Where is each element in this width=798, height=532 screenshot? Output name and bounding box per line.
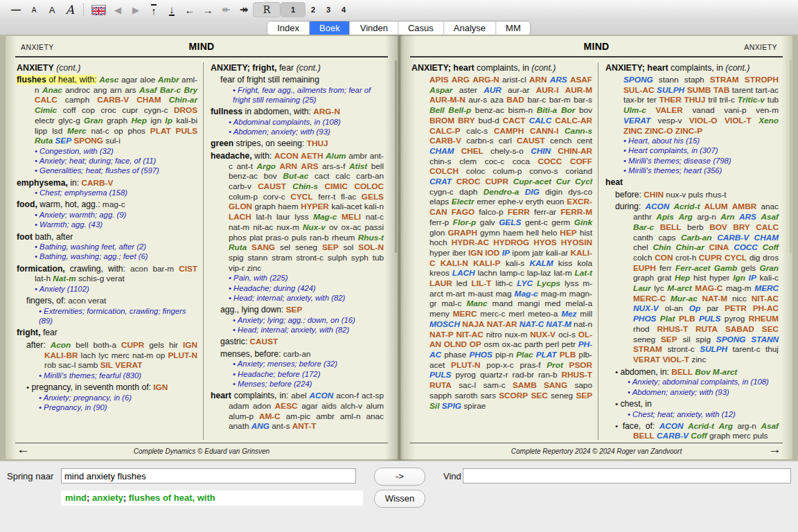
remedy[interactable]: ALUM (704, 202, 728, 211)
remedy[interactable]: sil (682, 335, 690, 344)
cross-reference-link[interactable]: • Heart complaints, in (307) (623, 145, 779, 155)
remedy[interactable]: sars (481, 391, 496, 400)
remedy[interactable]: nux-m (276, 222, 299, 232)
remedy[interactable]: gels (741, 263, 756, 273)
remedy[interactable]: LIL-T (471, 278, 491, 288)
remedy[interactable]: HYOSIN (561, 238, 592, 247)
remedy[interactable]: colum-p (229, 192, 258, 202)
remedy[interactable]: dys-co (568, 187, 592, 197)
remedy[interactable]: Nux-v (303, 222, 326, 232)
go-first-chapter-icon[interactable]: ↑ (145, 2, 163, 17)
remedy[interactable]: ant-t (236, 161, 253, 171)
rubric-label[interactable]: headache, with: (211, 151, 272, 161)
rubric-label[interactable]: menses, before: (220, 349, 281, 359)
remedy[interactable]: FAGO (452, 207, 475, 217)
remedy[interactable]: bud-d (479, 116, 499, 125)
history-back-icon[interactable]: ◀ (109, 2, 127, 17)
remedy[interactable]: NAT-C (520, 319, 544, 329)
remedy[interactable]: coloc (466, 166, 486, 176)
remedy[interactable]: chin-s (429, 157, 451, 166)
remedy[interactable]: carb-an (356, 171, 384, 181)
remedy[interactable]: COCC (538, 157, 562, 166)
remedy[interactable]: ARN (280, 161, 298, 171)
remedy[interactable]: CHAM (136, 95, 161, 105)
jump-go-button[interactable]: -> (374, 468, 425, 486)
remedy[interactable]: m-aust (468, 289, 493, 299)
remedy[interactable]: AUR-M (565, 85, 592, 95)
remedy[interactable]: Cann-s (565, 126, 592, 136)
rubric-label[interactable]: food, warm, hot, agg.: (17, 200, 100, 209)
remedy[interactable]: tart-ac (756, 85, 779, 95)
remedy[interactable]: ox-ac (502, 339, 522, 349)
remedy[interactable]: DIG (525, 187, 540, 197)
rubric[interactable]: headache, with: ACON AETH Alum ambr ant-… (211, 151, 384, 273)
remedy[interactable]: CAUST (517, 136, 545, 145)
remedy[interactable]: SANG (544, 380, 567, 390)
cross-reference-link[interactable]: • Extremities; formication, crawling; fi… (39, 306, 197, 326)
rubric-label[interactable]: face, of: (623, 421, 655, 431)
go-last-chapter-icon[interactable]: ↓ (163, 2, 181, 17)
remedy[interactable]: anthr (633, 212, 652, 222)
remedy[interactable]: lyss (294, 212, 308, 222)
remedy[interactable]: BELL (633, 431, 655, 440)
cross-reference-link[interactable]: • Abdominal complaints, in (108) (229, 117, 384, 127)
cross-reference-link[interactable]: • Mirilli's themes; disease (798) (623, 156, 779, 166)
remedy[interactable]: pop-x-c (486, 360, 513, 370)
remedy[interactable]: op (156, 351, 165, 360)
remedy[interactable]: crot-h (675, 253, 696, 263)
cross-reference-link[interactable]: • Chest; heat; anxiety, with (12) (628, 409, 779, 419)
remedy[interactable]: ferr (659, 263, 672, 273)
remedy[interactable]: VERAT (115, 360, 142, 370)
remedy[interactable]: PSOR (569, 360, 592, 370)
remedy[interactable]: RHUS-T (561, 370, 592, 380)
remedy[interactable]: kali-n (364, 202, 384, 211)
rubric[interactable]: SPONG stann staph STRAM STROPH SUL-AC SU… (605, 75, 779, 136)
remedy[interactable]: both-a (94, 340, 116, 350)
remedy[interactable]: cact (314, 171, 330, 181)
remedy[interactable]: CARB-V (657, 431, 689, 440)
remedy[interactable]: IP (749, 273, 756, 283)
remedy[interactable]: verat (107, 274, 125, 283)
remedy[interactable]: ferr-ar (534, 207, 556, 217)
remedy[interactable]: adon (253, 401, 271, 411)
remedy[interactable]: anac (366, 411, 384, 421)
remedy[interactable]: CAMPH (494, 126, 524, 136)
rubric[interactable]: before: CHIN nux-v puls rhus-t (605, 190, 779, 200)
remedy[interactable]: Prot (547, 360, 563, 370)
scroll-indicator[interactable] (395, 60, 397, 253)
remedy[interactable]: HYPER (301, 202, 329, 211)
cross-reference-link[interactable]: • Warmth; agg. (43) (35, 220, 197, 229)
remedy[interactable]: PLB (560, 350, 576, 360)
remedy[interactable]: petr (562, 339, 576, 349)
remedy[interactable]: IGN (183, 340, 197, 350)
remedy[interactable]: Sil (429, 401, 439, 411)
remedy[interactable]: SOL-N (358, 242, 384, 252)
remedy[interactable]: ferr-t (318, 192, 335, 202)
remedy[interactable]: aza (490, 95, 504, 105)
remedy[interactable]: AM-C (259, 411, 281, 421)
remedy[interactable]: ARN (529, 75, 547, 85)
remedy[interactable]: KALM (529, 258, 553, 268)
remedy[interactable]: VALER (656, 105, 683, 115)
remedy[interactable]: aml-n (340, 411, 361, 421)
remedy[interactable]: hoch (429, 238, 447, 247)
cross-reference-link[interactable]: • Generalities; heat; flushes of (597) (35, 166, 197, 175)
remedy[interactable]: ven-m (756, 105, 779, 115)
remedy[interactable]: NIT-AC (752, 294, 779, 303)
remedy[interactable]: elaps (429, 197, 449, 206)
remedy[interactable]: CALC (756, 222, 779, 232)
rubric[interactable]: • chest, in (605, 399, 779, 409)
remedy[interactable]: puls (292, 233, 307, 242)
remedy[interactable]: carb-an (283, 349, 311, 359)
remedy[interactable]: ACON (645, 202, 669, 211)
remedy[interactable]: OLND (444, 339, 467, 349)
remedy[interactable]: Asaf (761, 421, 779, 431)
remedy[interactable]: perl (545, 339, 559, 349)
remedy[interactable]: NAT-AR (487, 319, 517, 329)
remedy[interactable]: CINA (709, 242, 729, 252)
remedy[interactable]: euon (546, 197, 564, 206)
tab-mm[interactable]: MM (495, 21, 531, 35)
remedy[interactable]: CHAM (429, 146, 454, 156)
remedy[interactable]: BELL (660, 222, 682, 232)
remedy[interactable]: Merc (67, 126, 87, 136)
